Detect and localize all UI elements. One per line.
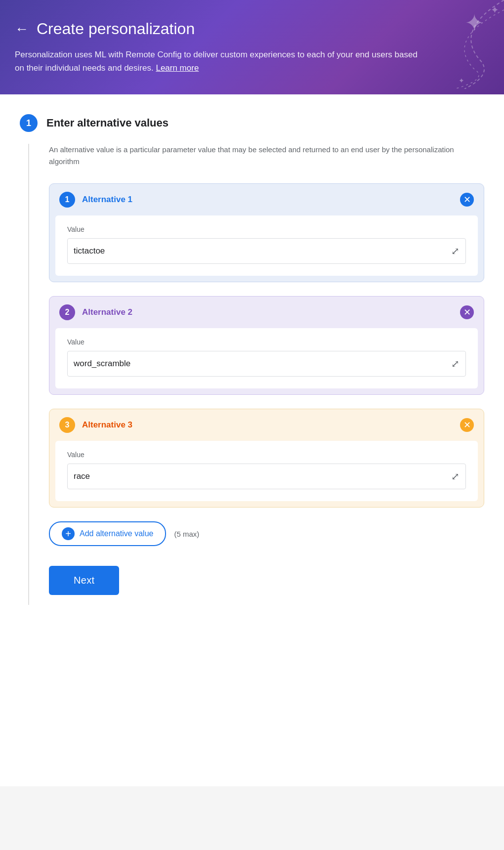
step-title: Enter alternative values: [46, 117, 168, 129]
add-alternative-row: + Add alternative value (5 max): [49, 521, 484, 546]
step-number-badge: 1: [20, 114, 38, 132]
alt-card-body-3: Value ⤢: [55, 441, 478, 501]
alt-header-left-2: 2 Alternative 2: [59, 304, 132, 320]
alt-label-2: Alternative 2: [82, 307, 132, 317]
alt-card-header-2: 2 Alternative 2 ✕: [49, 297, 484, 328]
expand-icon-2[interactable]: ⤢: [451, 358, 460, 370]
alt-card-body-1: Value ⤢: [55, 215, 478, 276]
alt-card-body-2: Value ⤢: [55, 328, 478, 388]
step-content: An alternative value is a particular par…: [28, 144, 484, 605]
page-header: ✦ ✦ ✦ ← Create personalization Personali…: [0, 0, 504, 94]
value-input-wrap-1: ⤢: [67, 238, 466, 264]
add-button-label: Add alternative value: [80, 529, 153, 538]
value-input-2[interactable]: [74, 359, 447, 369]
back-button[interactable]: ←: [15, 21, 29, 37]
alt-number-badge-2: 2: [59, 304, 75, 320]
value-input-1[interactable]: [74, 246, 447, 256]
alt-number-badge-3: 3: [59, 417, 75, 433]
learn-more-link[interactable]: Learn more: [156, 63, 199, 73]
alt-number-badge-1: 1: [59, 192, 75, 208]
main-content: 1 Enter alternative values An alternativ…: [0, 94, 504, 786]
alt-label-3: Alternative 3: [82, 420, 132, 430]
alternative-card-3: 3 Alternative 3 ✕ Value ⤢: [49, 409, 484, 508]
step-header: 1 Enter alternative values: [20, 114, 484, 132]
value-label-2: Value: [67, 338, 466, 346]
alt-close-button-3[interactable]: ✕: [460, 418, 474, 432]
alternative-card-2: 2 Alternative 2 ✕ Value ⤢: [49, 296, 484, 395]
header-decoration: [356, 0, 504, 89]
alt-card-header-1: 1 Alternative 1 ✕: [49, 184, 484, 215]
alt-card-header-3: 3 Alternative 3 ✕: [49, 409, 484, 441]
expand-icon-3[interactable]: ⤢: [451, 470, 460, 482]
alt-close-button-2[interactable]: ✕: [460, 305, 474, 319]
value-label-3: Value: [67, 451, 466, 459]
next-button[interactable]: Next: [49, 566, 119, 595]
alternative-card-1: 1 Alternative 1 ✕ Value ⤢: [49, 183, 484, 282]
step-description: An alternative value is a particular par…: [49, 144, 454, 168]
alt-label-1: Alternative 1: [82, 195, 132, 205]
value-label-1: Value: [67, 225, 466, 233]
alt-header-left-3: 3 Alternative 3: [59, 417, 132, 433]
add-alternative-button[interactable]: + Add alternative value: [49, 521, 166, 546]
add-icon: +: [62, 527, 75, 540]
value-input-wrap-2: ⤢: [67, 351, 466, 377]
value-input-3[interactable]: [74, 471, 447, 481]
alt-header-left-1: 1 Alternative 1: [59, 192, 132, 208]
alt-close-button-1[interactable]: ✕: [460, 193, 474, 207]
max-count-label: (5 max): [174, 530, 199, 538]
page-title: Create personalization: [37, 20, 195, 38]
expand-icon-1[interactable]: ⤢: [451, 245, 460, 257]
value-input-wrap-3: ⤢: [67, 464, 466, 489]
